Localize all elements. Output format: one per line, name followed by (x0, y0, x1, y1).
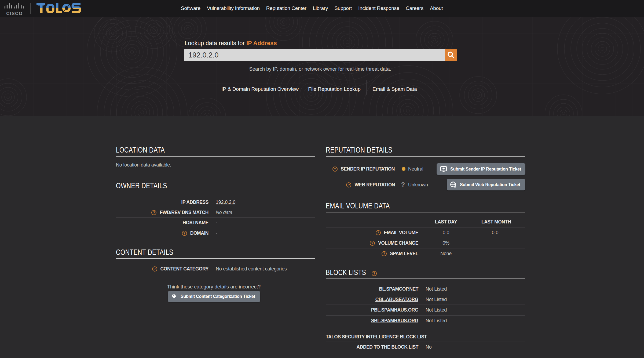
svg-text:CISCO: CISCO (6, 11, 23, 16)
